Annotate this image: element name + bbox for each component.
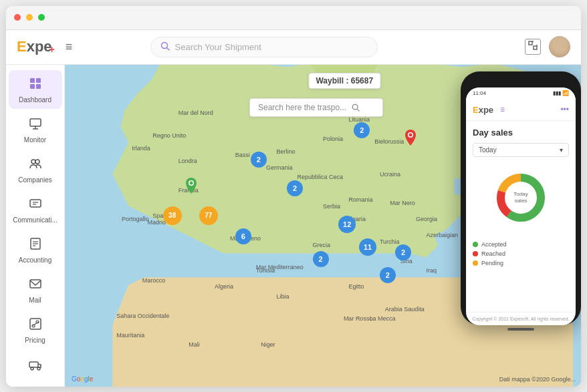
map-search-text: Search here the traspo... [258, 103, 346, 112]
phone-notch [501, 79, 541, 85]
phone-logo-xpe: xpe [479, 105, 493, 115]
donut-chart: Today sales [491, 168, 551, 228]
svg-point-29 [37, 367, 40, 370]
svg-rect-7 [36, 78, 41, 83]
browser-window: Expe+ ≡ Search Your Shipment [6, 6, 581, 387]
phone-status-bar: 11:04 ▮▮▮ 📶 [466, 87, 576, 100]
search-icon [160, 41, 170, 53]
map-search-bar[interactable]: Search here the traspo... [249, 98, 383, 117]
sidebar-label-pricing: Pricing [25, 337, 45, 344]
sidebar-item-monitor[interactable]: Monitor [9, 110, 62, 149]
phone-period-dropdown[interactable]: Today ▾ [473, 143, 569, 157]
transport-icon [29, 357, 42, 374]
cluster-2c[interactable]: 2 [380, 267, 396, 283]
sidebar: Dashboard Monitor [6, 65, 65, 387]
map-area[interactable]: Mar del Nord Regno Unito Danimarca Litua… [65, 65, 581, 387]
svg-rect-6 [30, 78, 35, 83]
chevron-down-icon: ▾ [560, 146, 563, 154]
cluster-6[interactable]: 6 [235, 228, 251, 244]
logo-plus: + [49, 44, 55, 55]
avatar-image [549, 36, 570, 57]
sidebar-label-companies: Companies [18, 176, 52, 184]
svg-rect-15 [30, 200, 41, 207]
copyright-text: Copyright © 2021 Expesoft. All rights re… [472, 317, 569, 321]
phone-more-icon[interactable]: ••• [560, 105, 569, 114]
donut-chart-container: Today sales [473, 162, 569, 233]
phone-time: 11:04 [473, 90, 486, 96]
phone-day-sales-title: Day sales [473, 128, 569, 138]
browser-close-dot[interactable] [14, 14, 21, 21]
accounting-icon [29, 237, 42, 254]
cluster-2[interactable]: 2 [251, 152, 267, 168]
main-content: Dashboard Monitor [6, 65, 581, 387]
phone-logo-e: E [473, 105, 479, 115]
phone-dropdown-value: Today [479, 146, 497, 154]
pending-label: Pending [481, 260, 503, 266]
svg-point-36 [190, 181, 193, 184]
phone-menu-icon[interactable]: ≡ [500, 105, 505, 114]
sidebar-label-communications: Communicati... [13, 216, 57, 224]
phone-header: Expe ≡ ••• [466, 100, 576, 121]
sidebar-item-accounting[interactable]: Accounting [9, 230, 62, 269]
accepted-dot [473, 242, 478, 247]
cluster-12[interactable]: 12 [338, 216, 356, 233]
cluster-2d[interactable]: 2 [313, 251, 329, 267]
svg-rect-27 [29, 362, 38, 367]
sidebar-label-monitor: Monitor [24, 136, 46, 144]
phone-mockup: 11:04 ▮▮▮ 📶 Expe ≡ ••• [461, 71, 581, 339]
search-placeholder: Search Your Shipment [175, 42, 261, 52]
phone-battery: ▮▮▮ 📶 [553, 90, 569, 96]
browser-bar [6, 6, 581, 30]
mail-icon [29, 277, 42, 294]
sidebar-label-dashboard: Dashboard [19, 96, 51, 104]
sidebar-item-transport[interactable] [9, 351, 62, 382]
phone-logo: Expe [473, 105, 493, 115]
logo-xpe: xpe [27, 38, 52, 55]
phone-screen: 11:04 ▮▮▮ 📶 Expe ≡ ••• [466, 87, 576, 325]
cluster-11[interactable]: 11 [359, 238, 376, 256]
phone-content: Day sales Today ▾ [466, 121, 576, 312]
svg-text:sales: sales [515, 198, 527, 204]
browser-maximize-dot[interactable] [38, 14, 45, 21]
pricing-icon [29, 317, 42, 334]
cluster-3[interactable]: 2 [287, 180, 303, 196]
sidebar-item-dashboard[interactable]: Dashboard [9, 70, 62, 109]
sidebar-label-mail: Mail [29, 297, 41, 304]
svg-point-14 [35, 160, 39, 164]
monitor-icon [29, 117, 42, 134]
logo-area: Expe+ ≡ [17, 38, 72, 55]
svg-text:Today: Today [513, 191, 527, 197]
source-pin [184, 176, 199, 200]
phone-home-indicator[interactable] [507, 328, 534, 331]
waybill-banner: Waybill : 65687 [308, 73, 380, 89]
hamburger-icon[interactable]: ≡ [66, 40, 73, 54]
svg-rect-2 [529, 41, 532, 45]
svg-line-1 [166, 47, 169, 50]
browser-minimize-dot[interactable] [26, 14, 33, 21]
phone-footer: Copyright © 2021 Expesoft. All rights re… [466, 312, 576, 325]
sidebar-item-companies[interactable]: Companies [9, 150, 62, 189]
companies-icon [29, 157, 42, 174]
logo: Expe+ [17, 38, 57, 55]
svg-rect-3 [534, 46, 537, 49]
search-bar[interactable]: Search Your Shipment [150, 37, 378, 57]
destination-pin [403, 128, 418, 152]
header-right [525, 36, 570, 57]
svg-point-34 [409, 133, 413, 136]
cluster-38[interactable]: 38 [163, 206, 182, 225]
phone-outer: 11:04 ▮▮▮ 📶 Expe ≡ ••• [461, 71, 581, 325]
expand-icon[interactable] [525, 39, 541, 55]
reached-dot [473, 251, 478, 256]
map-credit: Dati mappa ©2020 Google... [499, 376, 576, 383]
dashboard-icon [29, 77, 42, 93]
svg-rect-8 [30, 84, 35, 89]
avatar[interactable] [549, 36, 570, 57]
sidebar-item-communications[interactable]: Communicati... [9, 190, 62, 229]
sidebar-item-pricing[interactable]: Pricing [9, 311, 62, 349]
svg-point-13 [31, 160, 35, 164]
pending-dot [473, 260, 478, 266]
chart-legend: Accepted Reached Pending [473, 238, 569, 269]
cluster-77[interactable]: 77 [199, 206, 218, 225]
communications-icon [29, 197, 42, 214]
sidebar-item-mail[interactable]: Mail [9, 270, 62, 309]
